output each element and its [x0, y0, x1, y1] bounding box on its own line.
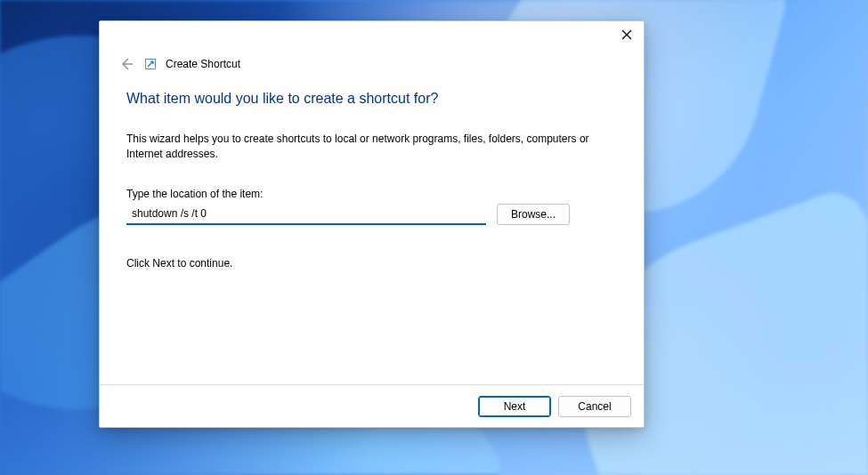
- close-button[interactable]: [621, 28, 633, 41]
- create-shortcut-dialog: Create Shortcut What item would you like…: [99, 20, 645, 428]
- dialog-title: Create Shortcut: [166, 58, 240, 70]
- location-input[interactable]: [126, 204, 486, 225]
- page-description: This wizard helps you to create shortcut…: [126, 132, 589, 163]
- back-button[interactable]: [118, 55, 135, 73]
- titlebar: [100, 21, 644, 52]
- location-row: Browse...: [126, 204, 617, 225]
- dialog-footer: Next Cancel: [100, 384, 644, 427]
- location-label: Type the location of the item:: [126, 188, 617, 200]
- browse-button[interactable]: Browse...: [497, 204, 570, 225]
- next-button[interactable]: Next: [478, 396, 551, 417]
- continue-hint: Click Next to continue.: [126, 257, 617, 270]
- wizard-content: What item would you like to create a sho…: [100, 80, 644, 384]
- close-icon: [621, 29, 632, 40]
- wizard-header: Create Shortcut: [100, 52, 644, 80]
- page-heading: What item would you like to create a sho…: [126, 91, 617, 107]
- back-arrow-icon: [119, 57, 134, 71]
- cancel-button[interactable]: Cancel: [558, 396, 631, 417]
- shortcut-icon: [144, 58, 157, 70]
